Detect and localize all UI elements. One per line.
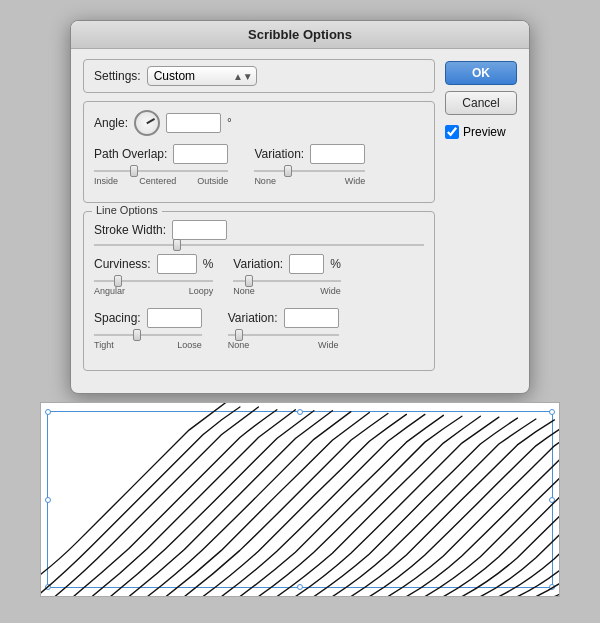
- curviness-variation-label-wide: Wide: [320, 286, 341, 296]
- preview-row: Preview: [445, 125, 517, 139]
- path-overlap-label-centered: Centered: [139, 176, 176, 186]
- stroke-width-input[interactable]: 3 px: [172, 220, 227, 240]
- preview-checkbox[interactable]: [445, 125, 459, 139]
- spacing-label: Spacing:: [94, 311, 141, 325]
- path-overlap-label-inside: Inside: [94, 176, 118, 186]
- spacing-variation-group: Variation: 0.5 px None Wide: [228, 308, 339, 358]
- path-overlap-label: Path Overlap:: [94, 147, 167, 161]
- spacing-variation-input[interactable]: 0.5 px: [284, 308, 339, 328]
- line-options-section: Line Options Stroke Width: 3 px: [83, 211, 435, 371]
- settings-select-wrapper: Custom ▲▼: [147, 66, 257, 86]
- path-overlap-input[interactable]: 0 px: [173, 144, 228, 164]
- stroke-width-row: Stroke Width: 3 px: [94, 220, 424, 240]
- dialog-right-panel: OK Cancel Preview: [445, 59, 517, 379]
- spacing-label-loose: Loose: [177, 340, 202, 350]
- variation1-group: Variation: 5 px None Wide: [254, 144, 365, 194]
- stroke-width-label: Stroke Width:: [94, 223, 166, 237]
- spacing-row: Spacing: 24 px Tight Loose: [94, 308, 424, 358]
- spacing-variation-label: Variation:: [228, 311, 278, 325]
- spacing-variation-label-wide: Wide: [318, 340, 339, 350]
- variation1-label-none: None: [254, 176, 276, 186]
- dialog-left-panel: Settings: Custom ▲▼ Angle: 30: [83, 59, 435, 379]
- curviness-variation-label-none: None: [233, 286, 255, 296]
- angle-dial[interactable]: [134, 110, 160, 136]
- curviness-variation-label: Variation:: [233, 257, 283, 271]
- curviness-label-angular: Angular: [94, 286, 125, 296]
- variation1-input[interactable]: 5 px: [310, 144, 365, 164]
- path-overlap-variation-row: Path Overlap: 0 px Inside Cen: [94, 144, 424, 194]
- curviness-row: Curviness: 5 % Angular: [94, 254, 424, 304]
- path-overlap-slider-thumb[interactable]: [130, 165, 138, 177]
- curviness-group: Curviness: 5 % Angular: [94, 254, 213, 304]
- angle-input[interactable]: 30: [166, 113, 221, 133]
- curviness-label: Curviness:: [94, 257, 151, 271]
- variation1-label-wide: Wide: [345, 176, 366, 186]
- scribble-options-dialog: Scribble Options Settings: Custom ▲▼: [70, 20, 530, 394]
- angle-unit: °: [227, 116, 232, 130]
- path-overlap-label-outside: Outside: [197, 176, 228, 186]
- curviness-variation-input[interactable]: 1: [289, 254, 324, 274]
- stroke-width-slider-thumb[interactable]: [173, 239, 181, 251]
- settings-row: Settings: Custom ▲▼: [83, 59, 435, 93]
- scribble-preview-svg: [41, 403, 559, 596]
- line-options-label: Line Options: [92, 204, 162, 216]
- canvas-area: [40, 402, 560, 597]
- angle-row: Angle: 30 °: [94, 110, 424, 136]
- curviness-variation-slider-thumb[interactable]: [245, 275, 253, 287]
- curviness-unit: %: [203, 257, 214, 271]
- spacing-variation-slider-thumb[interactable]: [235, 329, 243, 341]
- settings-select[interactable]: Custom: [147, 66, 257, 86]
- path-overlap-group: Path Overlap: 0 px Inside Cen: [94, 144, 228, 194]
- dialog-title: Scribble Options: [71, 21, 529, 49]
- variation1-slider-thumb[interactable]: [284, 165, 292, 177]
- settings-label: Settings:: [94, 69, 141, 83]
- spacing-slider-thumb[interactable]: [133, 329, 141, 341]
- variation1-label: Variation:: [254, 147, 304, 161]
- spacing-group: Spacing: 24 px Tight Loose: [94, 308, 202, 358]
- angle-label: Angle:: [94, 116, 128, 130]
- curviness-variation-unit: %: [330, 257, 341, 271]
- curviness-input[interactable]: 5: [157, 254, 197, 274]
- cancel-button[interactable]: Cancel: [445, 91, 517, 115]
- curviness-slider-thumb[interactable]: [114, 275, 122, 287]
- preview-label: Preview: [463, 125, 506, 139]
- main-options-section: Angle: 30 ° Path Overlap: 0 px: [83, 101, 435, 203]
- curviness-variation-group: Variation: 1 % None: [233, 254, 340, 304]
- ok-button[interactable]: OK: [445, 61, 517, 85]
- spacing-variation-label-none: None: [228, 340, 250, 350]
- spacing-input[interactable]: 24 px: [147, 308, 202, 328]
- spacing-label-tight: Tight: [94, 340, 114, 350]
- curviness-label-loopy: Loopy: [189, 286, 214, 296]
